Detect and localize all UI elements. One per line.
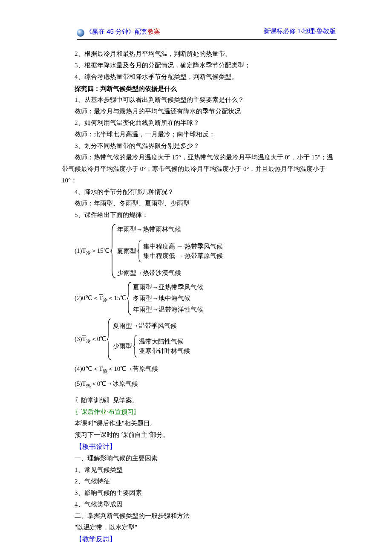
para: 教师：北半球七月高温，一月最冷；南半球相反； <box>62 129 337 140</box>
content: 2、根据最冷月和最热月平均气温，判断所处的热量带。 3、根据年降水量及各月的分配… <box>62 48 337 546</box>
para: 二、掌握判断气候类型的一般步骤和方法 <box>62 510 337 522</box>
header-right: 新课标必修 1·地理·鲁教版 <box>264 26 336 37</box>
header-left: 《赢在 45 分钟》配套教案 <box>77 26 160 37</box>
rule-line-nested: 少雨型 温带大陆性气候 亚寒带针叶林气候 <box>113 334 190 358</box>
t-sub: 冷 <box>86 338 91 344</box>
rule-num: (1) <box>75 247 82 254</box>
para: 2、如何利用气温变化曲线判断所在的半球？ <box>62 117 337 129</box>
para: 5、课件给出下面的规律： <box>62 209 337 221</box>
rule-text: ＜0℃→冰原气候 <box>91 380 138 387</box>
t-sub: 热 <box>103 368 107 373</box>
rule-num: (2)0℃＜ <box>75 295 99 301</box>
rule-line-nested: 夏雨型 集中程度高 → 热带季风气候 集中程度低 → 热带草原气候 <box>117 239 223 263</box>
para: 教师：最冷月与最热月的平均气温还有降水的季节分配状况 <box>62 106 337 117</box>
sub-item: 集中程度低 → 热带草原气候 <box>143 251 223 261</box>
logo-icon <box>77 29 84 37</box>
para: 3、划分不同热量带的气温界限分别是多少？ <box>62 140 337 152</box>
rule-cond: ＜0℃ <box>91 335 107 342</box>
rule-line: 夏雨型→温带季风气候 <box>113 321 190 331</box>
para: 4、综合考虑热量带和降水季节分配类型，判断气候类型。 <box>62 71 337 83</box>
para: 2、根据最冷月和最热月平均气温，判断所处的热量带。 <box>62 48 337 60</box>
section-reflection: 【教学反思】 <box>62 533 337 546</box>
rule-cond: ＜15℃ <box>107 295 126 301</box>
section-homework: 〖课后作业·布置预习〗 <box>62 406 337 418</box>
sub-brace-icon <box>132 334 138 358</box>
rule-line: 夏雨型→亚热带季风气候 <box>133 282 203 292</box>
t-sub: 热 <box>86 383 91 388</box>
rule-cond: ＞15℃ <box>91 247 110 254</box>
para: 1、常见气候类型 <box>62 464 337 476</box>
para: "以温定带，以水定型" <box>62 522 337 533</box>
para: 本课时"课后作业"相关题目。 <box>62 418 337 429</box>
rule-text: (5) <box>75 380 82 387</box>
climate-rule-1: (1)T冷＞15℃ 年雨型→热带雨林气候 夏雨型 <box>75 223 337 279</box>
page-header: 《赢在 45 分钟》配套教案 新课标必修 1·地理·鲁教版 <box>77 26 337 37</box>
para: 2、气候特征 <box>62 476 337 487</box>
sub-label: 夏雨型 <box>117 246 136 256</box>
rule-prefix: (1)T冷＞15℃ <box>75 245 110 257</box>
para: 3、根据年降水量及各月的分配情况，确定降水季节分配类型； <box>62 60 337 71</box>
para-multiline: 教师：热带气候的最冷月温度大于 15°，亚热带气候的最冷月平均温度大于 0°，小… <box>62 152 337 186</box>
rule-text: ＜10℃→苔原气候 <box>107 365 158 372</box>
t-symbol: T <box>82 380 86 387</box>
rule-line: 少雨型→热带沙漠气候 <box>117 268 223 278</box>
t-sub: 冷 <box>103 298 107 303</box>
climate-rule-4: (4)0℃＜T热＜10℃→苔原气候 <box>75 363 337 376</box>
para: 预习下一课时的"课前自主"部分。 <box>62 429 337 441</box>
sub-item: 亚寒带针叶林气候 <box>139 346 190 356</box>
climate-rule-5: (5)T热＜0℃→冰原气候 <box>75 378 337 390</box>
climate-rule-2: (2)0℃＜T冷＜15℃ 夏雨型→亚热带季风气候 冬雨型→地中海气候 年雨型→温… <box>75 281 337 315</box>
header-left-text: 《赢在 45 分钟》配套 <box>86 26 147 37</box>
para: 〖随堂训练〗见学案。 <box>62 395 337 406</box>
rule-num: (3) <box>75 335 82 342</box>
t-symbol: T <box>99 365 103 372</box>
rule-line: 年雨型→温带海洋性气候 <box>133 304 203 315</box>
sub-item: 集中程度高 → 热带季风气候 <box>143 242 223 251</box>
t-symbol: T <box>82 247 86 254</box>
t-symbol: T <box>82 335 86 342</box>
rule-prefix: (3)T冷＜0℃ <box>75 333 106 346</box>
climate-rule-3: (3)T冷＜0℃ 夏雨型→温带季风气候 少雨型 <box>75 318 337 361</box>
t-symbol: T <box>99 295 103 301</box>
para: 教师：年雨型、冬雨型、夏雨型、少雨型 <box>62 198 337 209</box>
rule-line: 年雨型→热带雨林气候 <box>117 224 223 234</box>
brace-icon <box>126 281 132 315</box>
rule-text: (4)0℃＜ <box>75 365 99 372</box>
sub-label: 少雨型 <box>113 341 132 351</box>
t-sub: 冷 <box>86 250 91 255</box>
sub-item: 温带大陆性气候 <box>139 337 190 347</box>
brace-icon <box>106 318 112 361</box>
para: 一、理解影响气候的主要因素 <box>62 453 337 464</box>
header-rule <box>77 39 337 40</box>
para: 3、影响气候的主要因素 <box>62 487 337 499</box>
section-board: 【板书设计】 <box>62 441 337 453</box>
inquiry-heading: 探究四：判断气候类型的依据是什么 <box>62 83 337 94</box>
rule-prefix: (2)0℃＜T冷＜15℃ <box>75 292 126 305</box>
para: 4、气候类型成因 <box>62 499 337 510</box>
para: 1、从基本步骤中可以看出判断气候类型的主要要素是什么？ <box>62 94 337 106</box>
sub-brace-icon <box>136 239 142 263</box>
rule-line: 冬雨型→地中海气候 <box>133 293 203 304</box>
brace-icon <box>110 223 116 279</box>
header-left-red: 教案 <box>147 26 160 37</box>
para: 4、降水的季节分配有哪几种情况？ <box>62 186 337 198</box>
